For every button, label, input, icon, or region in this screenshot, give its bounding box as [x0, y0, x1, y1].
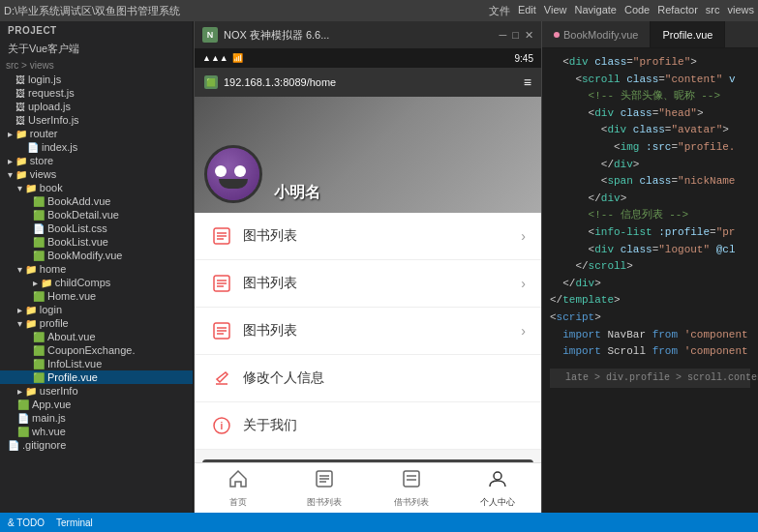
- menu-icon-3: [210, 367, 233, 390]
- menu-view[interactable]: View: [544, 4, 567, 18]
- folder-views[interactable]: ▾ 📁 views: [0, 167, 193, 181]
- nav-booklist-label: 图书列表: [307, 496, 342, 509]
- menu-label-2: 图书列表: [243, 322, 521, 340]
- nav-booklist[interactable]: 图书列表: [282, 468, 369, 509]
- menu-navigate[interactable]: Navigate: [575, 4, 617, 18]
- file-label: login.js: [28, 74, 61, 85]
- folder-label: home: [40, 263, 67, 275]
- code-text: <div class="logout" @cl: [550, 242, 750, 259]
- menu-item-4[interactable]: i 关于我们: [195, 402, 541, 450]
- status-terminal[interactable]: Terminal: [56, 517, 93, 528]
- file-userinfo[interactable]: 🖼 UserInfo.js: [0, 113, 193, 127]
- file-label: Home.vue: [47, 290, 96, 302]
- hamburger-button[interactable]: ≡: [524, 74, 531, 90]
- borrowlist-icon: [401, 468, 422, 494]
- file-gitignore[interactable]: 📄 .gitignore: [0, 438, 193, 452]
- file-bookmodify[interactable]: 🟩 BookModify.vue: [0, 249, 193, 262]
- svg-text:i: i: [221, 421, 224, 431]
- menu-label-0: 图书列表: [243, 227, 521, 245]
- folder-icon: ▾ 📁: [8, 169, 27, 180]
- code-editor: BookModify.vue Profile.vue <div class="p…: [542, 21, 758, 513]
- code-text: <!-- 头部头像、昵称 -->: [550, 88, 750, 105]
- profile-header: 小明名: [195, 97, 541, 213]
- file-label: .gitignore: [22, 439, 66, 451]
- menu-item-1[interactable]: 图书列表 ›: [195, 260, 541, 308]
- folder-store[interactable]: ▸ 📁 store: [0, 154, 193, 167]
- home-icon: [227, 468, 249, 494]
- folder-label: childComps: [55, 277, 110, 288]
- file-loginjs[interactable]: 🖼 login.js: [0, 73, 193, 86]
- folder-icon: ▸ 📁: [33, 278, 52, 288]
- menu-left: D:\毕业系统调试区\双鱼图书管理系统: [4, 4, 485, 18]
- window-title: D:\毕业系统调试区\双鱼图书管理系统: [4, 4, 180, 18]
- tab-profile[interactable]: Profile.vue: [651, 21, 725, 47]
- folder-icon: ▸ 📁: [17, 305, 37, 315]
- menu-code[interactable]: Code: [624, 4, 650, 18]
- profile-icon: [487, 468, 508, 494]
- file-home[interactable]: 🟩 Home.vue: [0, 289, 193, 303]
- tab-bookmodify[interactable]: BookModify.vue: [542, 21, 651, 47]
- menu-src[interactable]: src: [706, 4, 720, 18]
- minimize-icon[interactable]: ─: [500, 29, 507, 42]
- file-label: upload.js: [28, 101, 71, 112]
- code-line: <!-- 头部头像、昵称 -->: [550, 88, 750, 105]
- nav-home[interactable]: 首页: [195, 468, 282, 509]
- folder-profile[interactable]: ▾ 📁 profile: [0, 316, 193, 330]
- file-requestjs[interactable]: 🖼 request.js: [0, 86, 193, 100]
- menu-item-2[interactable]: 图书列表 ›: [195, 308, 541, 355]
- menu-item-3[interactable]: 修改个人信息: [195, 355, 541, 402]
- file-mainjs[interactable]: 📄 main.js: [0, 411, 193, 425]
- file-about[interactable]: 🟩 About.vue: [0, 330, 193, 343]
- file-label: UserInfo.js: [28, 114, 79, 126]
- file-booklist-css[interactable]: 📄 BookList.css: [0, 222, 193, 235]
- menu-refactor[interactable]: Refactor: [657, 4, 698, 18]
- menu-item-0[interactable]: 图书列表 ›: [195, 213, 541, 260]
- folder-label: login: [40, 304, 62, 315]
- file-booklist[interactable]: 🟩 BookList.vue: [0, 235, 193, 249]
- tab-label: BookModify.vue: [563, 29, 638, 41]
- folder-childcomps[interactable]: ▸ 📁 childComps: [0, 276, 193, 289]
- code-line: <info-list :profile="pr: [550, 224, 750, 242]
- folder-icon: ▾ 📁: [17, 264, 37, 275]
- code-text: <span class="nickName: [550, 173, 750, 191]
- close-icon[interactable]: ✕: [525, 29, 533, 42]
- file-appvue[interactable]: 🟩 App.vue: [0, 398, 193, 411]
- avatar-image: [207, 148, 259, 200]
- file-bookdetail[interactable]: 🟩 BookDetail.vue: [0, 208, 193, 222]
- folder-login[interactable]: ▸ 📁 login: [0, 303, 193, 316]
- code-text: <div class="avatar">: [550, 122, 750, 139]
- nav-profile[interactable]: 个人中心: [455, 468, 542, 509]
- file-indexjs[interactable]: 📄 index.js: [0, 140, 193, 154]
- file-infolist[interactable]: 🟩 InfoList.vue: [0, 357, 193, 370]
- menu-file[interactable]: 文件: [489, 4, 510, 18]
- file-coupon[interactable]: 🟩 CouponExchange.: [0, 343, 193, 357]
- tab-label: Profile.vue: [662, 29, 713, 41]
- code-line: <div class="logout" @cl: [550, 242, 750, 259]
- menu-icon-1: [210, 272, 233, 295]
- code-line: <span class="nickName: [550, 173, 750, 191]
- file-uploadjs[interactable]: 🖼 upload.js: [0, 100, 193, 113]
- file-bookadd[interactable]: 🟩 BookAdd.vue: [0, 194, 193, 208]
- maximize-icon[interactable]: □: [512, 29, 519, 42]
- menu-edit[interactable]: Edit: [518, 4, 536, 18]
- code-text: <div class="profile">: [550, 54, 750, 72]
- folder-home[interactable]: ▾ 📁 home: [0, 262, 193, 276]
- file-icon: 🖼: [15, 74, 25, 85]
- code-line: <div class="head">: [550, 105, 750, 123]
- menu-views[interactable]: views: [727, 4, 754, 18]
- folder-router[interactable]: ▸ 📁 router: [0, 127, 193, 140]
- file-whvue[interactable]: 🟩 wh.vue: [0, 425, 193, 438]
- window-controls: ─ □ ✕: [500, 29, 533, 42]
- nox-topbar: N NOX 夜神模拟器 6.6... ─ □ ✕: [195, 21, 541, 48]
- vue-section[interactable]: 关于Vue客户端: [0, 40, 193, 58]
- url-bar: 🟩 192.168.1.3:8089/home: [204, 75, 336, 89]
- code-line: </scroll>: [550, 258, 750, 276]
- menu-list: 图书列表 › 图书列表 › 图书列表 ›: [195, 213, 541, 450]
- folder-book[interactable]: ▾ 📁 book: [0, 181, 193, 194]
- file-label: BookDetail.vue: [47, 209, 119, 221]
- file-profile[interactable]: 🟩 Profile.vue: [0, 370, 193, 384]
- status-todo[interactable]: & TODO: [8, 517, 45, 528]
- nav-borrowlist[interactable]: 借书列表: [368, 468, 455, 509]
- file-label: InfoList.vue: [47, 358, 102, 369]
- folder-userinfo[interactable]: ▸ 📁 userInfo: [0, 384, 193, 398]
